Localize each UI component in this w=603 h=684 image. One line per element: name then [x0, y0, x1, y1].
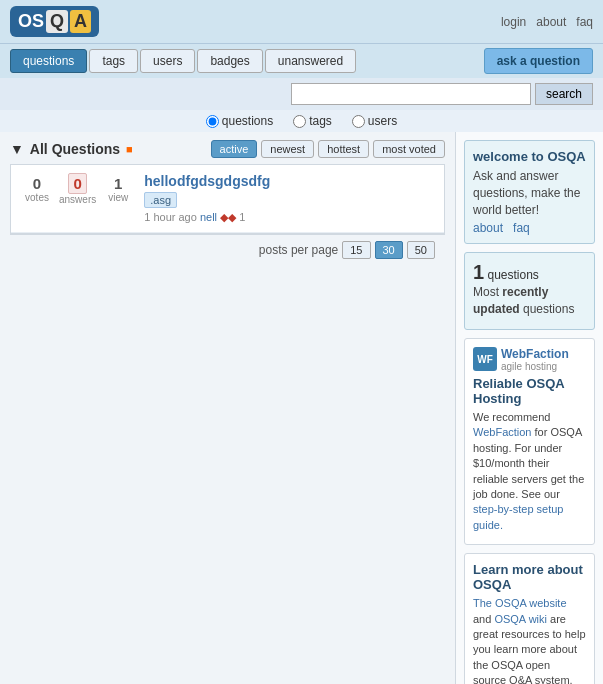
page-30-button[interactable]: 30: [375, 241, 403, 259]
learn-and: and: [473, 613, 494, 625]
wf-tagline: agile hosting: [501, 361, 569, 372]
radio-users-label: users: [368, 114, 397, 128]
sort-tab-active[interactable]: active: [211, 140, 258, 158]
header: OS Q A login about faq: [0, 0, 603, 43]
stats-box: 1 questions Most recently updated questi…: [464, 252, 595, 330]
osqa-website-link[interactable]: The OSQA website: [473, 597, 567, 609]
collapse-icon[interactable]: ▼: [10, 141, 24, 157]
nav-tabs: questions tags users badges unanswered: [10, 49, 356, 73]
questions-count: 1: [473, 261, 484, 283]
question-body: hellodfgdsgdgsdfg .asg 1 hour ago nell ◆…: [144, 173, 436, 224]
answers-label: answers: [59, 194, 96, 205]
nav-tab-questions[interactable]: questions: [10, 49, 87, 73]
welcome-body: Ask and answer questions, make the world…: [473, 168, 586, 218]
wf-logo-icon: WF: [473, 347, 497, 371]
radio-users-input[interactable]: [352, 115, 365, 128]
logo-q: Q: [46, 10, 68, 33]
radio-tags[interactable]: tags: [293, 114, 332, 128]
about-link[interactable]: about: [536, 15, 566, 29]
nav-tab-badges[interactable]: badges: [197, 49, 262, 73]
question-list: 0 votes 0 answers 1 view hellodfgdsgdgsd…: [10, 164, 445, 234]
rss-icon[interactable]: ■: [126, 143, 133, 155]
votes-stat: 0 votes: [19, 175, 55, 203]
logo-a: A: [70, 10, 91, 33]
login-link[interactable]: login: [501, 15, 526, 29]
welcome-title: welcome to OSQA: [473, 149, 586, 164]
views-stat: 1 view: [100, 175, 136, 203]
learn-body: The OSQA website and OSQA wiki are great…: [473, 596, 586, 684]
header-links: login about faq: [501, 15, 593, 29]
search-bar: search: [0, 78, 603, 110]
radio-tags-label: tags: [309, 114, 332, 128]
question-title[interactable]: hellodfgdsgdgsdfg: [144, 173, 436, 189]
views-label: view: [108, 192, 128, 203]
faq-link[interactable]: faq: [576, 15, 593, 29]
wf-webfaction-link[interactable]: WebFaction: [473, 426, 532, 438]
table-row: 0 votes 0 answers 1 view hellodfgdsgdgsd…: [11, 165, 444, 233]
radio-questions-input[interactable]: [206, 115, 219, 128]
page-15-button[interactable]: 15: [342, 241, 370, 259]
search-input[interactable]: [291, 83, 531, 105]
question-meta: 1 hour ago nell ◆◆ 1: [144, 211, 436, 224]
sort-tab-most-voted[interactable]: most voted: [373, 140, 445, 158]
nav-tab-unanswered[interactable]: unanswered: [265, 49, 356, 73]
page-50-button[interactable]: 50: [407, 241, 435, 259]
pagination: posts per page 15 30 50: [10, 234, 445, 265]
logo-os: OS: [18, 11, 44, 32]
question-author[interactable]: nell: [200, 211, 217, 223]
search-button[interactable]: search: [535, 83, 593, 105]
pagination-label: posts per page: [259, 243, 338, 257]
wf-ad-body: We recommend WebFaction for OSQA hosting…: [473, 410, 586, 533]
learn-title: Learn more about OSQA: [473, 562, 586, 592]
votes-label: votes: [25, 192, 49, 203]
sort-tab-newest[interactable]: newest: [261, 140, 314, 158]
logo-box[interactable]: OS Q A: [10, 6, 99, 37]
ask-question-button[interactable]: ask a question: [484, 48, 593, 74]
wf-logo: WF WebFaction agile hosting: [473, 347, 586, 372]
logo: OS Q A: [10, 6, 99, 37]
answers-stat: 0 answers: [59, 173, 96, 205]
welcome-box: welcome to OSQA Ask and answer questions…: [464, 140, 595, 244]
radio-questions[interactable]: questions: [206, 114, 273, 128]
questions-title: ▼ All Questions ■: [10, 141, 133, 157]
sidebar: welcome to OSQA Ask and answer questions…: [455, 132, 603, 684]
views-count: 1: [114, 175, 122, 192]
wf-brand: WebFaction: [501, 347, 569, 361]
tag[interactable]: .asg: [144, 192, 177, 208]
all-questions-label: All Questions: [30, 141, 120, 157]
question-stats: 0 votes 0 answers 1 view: [19, 173, 136, 205]
wf-ad-title: Reliable OSQA Hosting: [473, 376, 586, 406]
welcome-faq-link[interactable]: faq: [513, 221, 530, 235]
answers-count: 0: [68, 173, 86, 194]
question-time: 1 hour ago: [144, 211, 197, 223]
votes-count: 0: [33, 175, 41, 192]
osqa-wiki-link[interactable]: OSQA wiki: [494, 613, 547, 625]
search-radio: questions tags users: [0, 110, 603, 132]
content: ▼ All Questions ■ active newest hottest …: [0, 132, 455, 684]
radio-questions-label: questions: [222, 114, 273, 128]
points-dots: ◆◆: [220, 211, 239, 223]
learn-box: Learn more about OSQA The OSQA website a…: [464, 553, 595, 684]
wf-ad: WF WebFaction agile hosting Reliable OSQ…: [464, 338, 595, 545]
questions-stat-label: questions: [487, 268, 538, 282]
wf-body1: We recommend: [473, 411, 550, 423]
wf-setup-link[interactable]: step-by-step setup guide.: [473, 503, 564, 530]
question-tags: .asg: [144, 192, 436, 207]
nav-tab-users[interactable]: users: [140, 49, 195, 73]
questions-header: ▼ All Questions ■ active newest hottest …: [10, 140, 445, 158]
nav: questions tags users badges unanswered a…: [0, 43, 603, 78]
radio-tags-input[interactable]: [293, 115, 306, 128]
radio-users[interactable]: users: [352, 114, 397, 128]
nav-tab-tags[interactable]: tags: [89, 49, 138, 73]
sort-tab-hottest[interactable]: hottest: [318, 140, 369, 158]
wf-logo-text: WebFaction agile hosting: [501, 347, 569, 372]
author-points: 1: [239, 211, 245, 223]
welcome-about-link[interactable]: about: [473, 221, 503, 235]
main: ▼ All Questions ■ active newest hottest …: [0, 132, 603, 684]
stats-subtitle: Most recently updated questions: [473, 284, 586, 318]
sort-tabs: active newest hottest most voted: [211, 140, 445, 158]
